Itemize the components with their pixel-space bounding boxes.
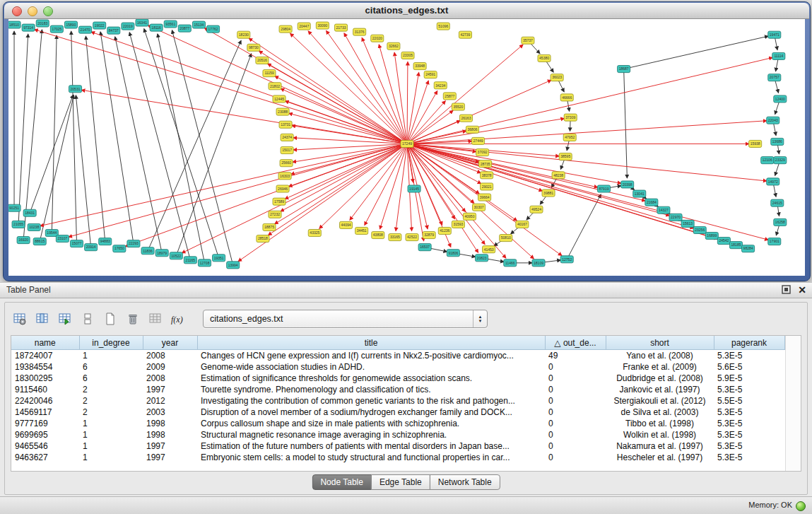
- graph-node[interactable]: 22293: [127, 240, 140, 247]
- table-cell[interactable]: 1: [79, 429, 143, 440]
- table-cell[interactable]: 19384554: [11, 361, 79, 373]
- graph-node[interactable]: 30307: [472, 204, 485, 211]
- graph-node[interactable]: 15613: [681, 220, 694, 227]
- column-header[interactable]: year: [143, 336, 197, 350]
- table-cell[interactable]: 0: [545, 440, 606, 452]
- graph-node[interactable]: 15077: [70, 240, 83, 247]
- table-cell[interactable]: Changes of HCN gene expression and I(f) …: [197, 350, 545, 362]
- graph-node[interactable]: 24615: [771, 199, 784, 206]
- graph-node[interactable]: 17025: [50, 25, 63, 33]
- table-cell[interactable]: 5.3E-5: [714, 418, 784, 429]
- graph-node[interactable]: 18687: [618, 66, 630, 73]
- graph-node[interactable]: 31376: [353, 28, 366, 35]
- graph-node[interactable]: 30090: [316, 22, 329, 29]
- graph-node[interactable]: 39881: [542, 189, 555, 197]
- table-cell[interactable]: 5.5E-5: [714, 395, 784, 407]
- graph-node[interactable]: 11159: [263, 70, 276, 77]
- table-cell[interactable]: Dudbridge et al. (2008): [606, 373, 714, 384]
- table-cell[interactable]: Wolkin et al. (1998): [606, 429, 714, 440]
- graph-node[interactable]: 97314: [22, 24, 35, 31]
- table-cell[interactable]: 2009: [143, 361, 197, 373]
- graph-node[interactable]: 35520: [452, 103, 464, 110]
- graph-node[interactable]: 10522: [170, 252, 182, 259]
- graph-node[interactable]: 31593: [452, 221, 464, 228]
- tab-edge-table[interactable]: Edge Table: [371, 474, 430, 490]
- graph-node[interactable]: 20531: [69, 86, 81, 93]
- graph-node[interactable]: 21733: [334, 24, 347, 31]
- graph-node[interactable]: 22043: [767, 117, 779, 124]
- table-scrollbar[interactable]: [785, 336, 801, 471]
- graph-node[interactable]: 40167: [516, 221, 529, 228]
- graph-node[interactable]: 21684: [645, 199, 658, 206]
- table-cell[interactable]: 5.3E-5: [714, 384, 784, 395]
- graph-node[interactable]: 22019: [122, 23, 134, 30]
- table-cell[interactable]: Disruption of a novel member of a sodium…: [197, 407, 545, 418]
- graph-node[interactable]: 87919: [597, 185, 610, 192]
- table-cell[interactable]: 0: [545, 395, 606, 407]
- table-cell[interactable]: 5.3E-5: [714, 429, 784, 440]
- graph-node[interactable]: 93561: [164, 21, 177, 28]
- graph-node[interactable]: 19471: [768, 31, 781, 38]
- graph-node[interactable]: 13994: [227, 262, 240, 269]
- column-header[interactable]: name: [11, 336, 79, 350]
- graph-node[interactable]: 19022: [93, 22, 106, 29]
- table-cell[interactable]: 14569117: [11, 407, 79, 418]
- graph-node[interactable]: 15890: [64, 21, 77, 28]
- graph-node[interactable]: 23329: [774, 157, 787, 164]
- network-window-titlebar[interactable]: citations_edges.txt: [4, 3, 809, 19]
- table-cell[interactable]: 2008: [143, 373, 197, 384]
- table-cell[interactable]: 1997: [143, 384, 197, 395]
- table-cell[interactable]: Stergiakouli et al. (2012): [606, 395, 714, 407]
- table-cell[interactable]: 0: [545, 373, 606, 384]
- graph-node[interactable]: 18431: [23, 209, 36, 216]
- graph-node[interactable]: 32879: [423, 231, 435, 238]
- graph-node[interactable]: 43808: [372, 231, 384, 238]
- graph-node[interactable]: 21470: [79, 26, 92, 33]
- table-cell[interactable]: 1998: [143, 429, 197, 440]
- zoom-window-button[interactable]: [43, 6, 53, 16]
- graph-node[interactable]: 28735: [479, 160, 492, 168]
- table-cell[interactable]: 5.3E-5: [714, 452, 784, 463]
- function-builder-icon[interactable]: f(x): [169, 310, 187, 328]
- graph-node[interactable]: 84737: [107, 27, 120, 34]
- graph-node[interactable]: 32662: [387, 42, 400, 49]
- graph-node[interactable]: 12106: [761, 157, 774, 164]
- table-cell[interactable]: 2003: [143, 407, 197, 418]
- graph-node[interactable]: 24591: [424, 71, 437, 78]
- table-cell[interactable]: Hescheler et al. (1997): [606, 452, 714, 463]
- graph-node[interactable]: 90251: [8, 204, 20, 211]
- row-height-icon[interactable]: [78, 310, 97, 328]
- table-cell[interactable]: Tourette syndrome. Phenomenology and cla…: [197, 384, 545, 395]
- table-cell[interactable]: 5.6E-5: [714, 361, 784, 373]
- graph-node[interactable]: 33948: [413, 63, 426, 70]
- graph-node[interactable]: 48238: [552, 172, 565, 179]
- table-row[interactable]: 1872400712008Changes of HCN gene express…: [11, 350, 784, 362]
- graph-node[interactable]: 16303: [278, 173, 291, 180]
- table-cell[interactable]: Franke et al. (2009): [606, 361, 714, 373]
- graph-node[interactable]: 20757: [768, 74, 781, 81]
- graph-node[interactable]: 26946: [276, 185, 289, 192]
- graph-node[interactable]: 20823: [476, 255, 488, 262]
- graph-node[interactable]: 20914: [85, 244, 98, 251]
- graph-node[interactable]: 88615: [33, 238, 46, 245]
- graph-node[interactable]: 16537: [418, 244, 431, 251]
- table-cell[interactable]: 22420046: [11, 395, 79, 407]
- graph-node[interactable]: 25877: [443, 93, 456, 100]
- table-cell[interactable]: 1: [79, 418, 143, 429]
- graph-node[interactable]: 21055: [12, 221, 25, 228]
- graph-node[interactable]: 21802: [269, 83, 281, 90]
- graph-node[interactable]: 19145: [408, 185, 420, 192]
- column-header[interactable]: title: [197, 336, 545, 350]
- graph-node[interactable]: 40950: [463, 213, 476, 220]
- graph-node[interactable]: 14972: [767, 178, 779, 185]
- table-cell[interactable]: Jankovic et al. (1997): [606, 384, 714, 395]
- graph-node[interactable]: 49524: [530, 206, 543, 213]
- tab-network-table[interactable]: Network Table: [430, 474, 500, 490]
- graph-node[interactable]: 13686: [771, 138, 784, 145]
- graph-node[interactable]: 29021: [481, 183, 493, 190]
- graph-node[interactable]: 23107: [56, 235, 69, 243]
- graph-node[interactable]: 45380: [538, 54, 551, 62]
- graph-node[interactable]: 37092: [476, 149, 489, 156]
- close-panel-icon[interactable]: ✕: [798, 284, 806, 296]
- graph-node[interactable]: 27449: [471, 137, 484, 144]
